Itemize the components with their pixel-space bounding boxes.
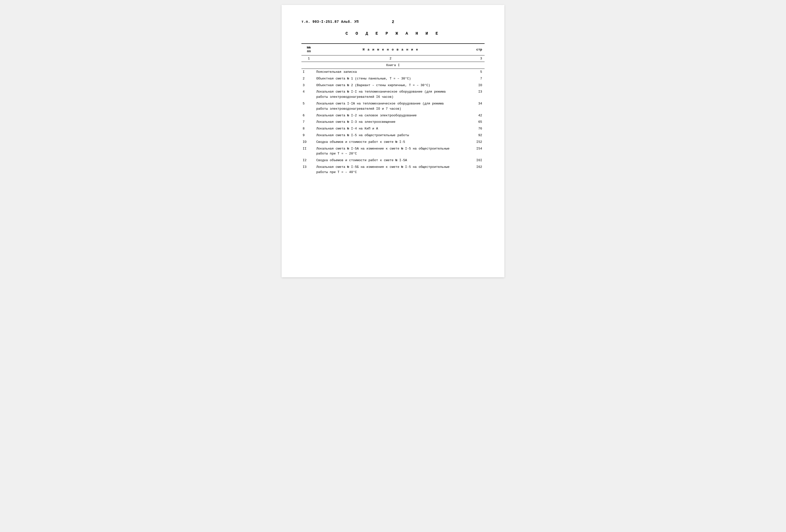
table-row: 6Локальная смета № I-2 на силовое электр…	[301, 112, 485, 119]
row-page: 42	[465, 113, 485, 117]
table-rows: IПояснительная записка52Объектная смета …	[301, 69, 485, 176]
row-content: Пояснительная записка	[316, 70, 465, 75]
row-page: IO	[465, 83, 485, 87]
table-row: I3Локальная смета № I-5Б на изменения к …	[301, 164, 485, 176]
row-content: Локальная смета № I-3 на электроосвещени…	[316, 120, 465, 125]
row-number: 2	[301, 76, 316, 80]
row-number: I3	[301, 165, 316, 169]
row-number: 9	[301, 133, 316, 137]
col1-num: 1	[301, 57, 316, 61]
col-num-header: №№ пп	[301, 46, 316, 53]
row-page: I54	[465, 146, 485, 151]
table-row: 5Локальная смета I-IA на тепломеханическ…	[301, 100, 485, 112]
col2-num: 2	[316, 57, 465, 61]
table-row: IOСводка объемов и стоимости работ к сме…	[301, 139, 485, 145]
content-table: №№ пп Н а и м е н о в а н и е стр 1 2 3 …	[301, 43, 485, 176]
page-title: С О Д Е Р Ж А Н И Е	[301, 31, 485, 36]
row-page: 92	[465, 133, 485, 137]
row-content: Локальная смета № I-I на тепломеханическ…	[316, 89, 465, 100]
row-content: Локальная смета № I-4 на КиП и А	[316, 126, 465, 132]
col-page-header: стр	[465, 48, 485, 51]
table-row: 4Локальная смета № I-I на тепломеханичес…	[301, 89, 485, 100]
table-row: 2Объектная смета № 1 (стены панельные, Т…	[301, 75, 485, 82]
col-name-header: Н а и м е н о в а н и е	[316, 48, 465, 51]
row-number: II	[301, 146, 316, 151]
table-header-row: №№ пп Н а и м е н о в а н и е стр	[301, 44, 485, 55]
col3-num: 3	[465, 57, 485, 61]
row-content: Сводка объемов и стоимости работ к смете…	[316, 158, 465, 163]
row-page: I62	[465, 165, 485, 169]
document-page: т.п. 903-I-251.87 Альб. УП 2 С О Д Е Р Ж…	[282, 5, 504, 277]
page-number: 2	[392, 20, 394, 24]
table-row: IIЛокальная смета № I-5A на изменение к …	[301, 145, 485, 158]
row-page: 34	[465, 101, 485, 106]
row-page: 7	[465, 76, 485, 80]
row-content: Локальная смета I-IA на тепломеханическо…	[316, 101, 465, 112]
row-number: IO	[301, 140, 316, 144]
table-row: I2Сводка объемов и стоимости работ к сме…	[301, 157, 485, 164]
row-number: 8	[301, 126, 316, 131]
doc-id: т.п. 903-I-251.87 Альб. УП	[301, 20, 359, 24]
row-number: I	[301, 70, 316, 74]
table-row: 9Локальная смета № I-5 на общестроительн…	[301, 132, 485, 139]
row-number: I2	[301, 158, 316, 162]
table-row: IПояснительная записка5	[301, 69, 485, 75]
table-row: 7Локальная смета № I-3 на электроосвещен…	[301, 119, 485, 125]
section-title: Книга I	[301, 62, 485, 69]
row-page: 65	[465, 120, 485, 124]
table-column-numbers: 1 2 3	[301, 55, 485, 62]
row-content: Объектная смета № 2 (Вариант – стены кир…	[316, 83, 465, 88]
row-content: Локальная смета № I-2 на силовое электро…	[316, 113, 465, 118]
row-page: I6I	[465, 158, 485, 162]
row-page: I3	[465, 89, 485, 94]
row-number: 3	[301, 83, 316, 87]
table-row: 3Объектная смета № 2 (Вариант – стены ки…	[301, 82, 485, 89]
row-content: Объектная смета № 1 (стены панельные, Т …	[316, 76, 465, 82]
row-content: Локальная смета № I-5 на общестроительны…	[316, 133, 465, 138]
row-content: Локальная смета № I-5Б на изменения к см…	[316, 165, 465, 175]
row-number: 6	[301, 113, 316, 117]
row-content: Локальная смета № I-5A на изменение к см…	[316, 146, 465, 157]
table-row: 8Локальная смета № I-4 на КиП и А76	[301, 125, 485, 132]
row-content: Сводка объемов и стоимости работ к смете…	[316, 140, 465, 145]
row-number: 7	[301, 120, 316, 124]
row-page: 76	[465, 126, 485, 131]
row-number: 4	[301, 89, 316, 94]
row-page: I52	[465, 140, 485, 144]
header: т.п. 903-I-251.87 Альб. УП 2	[301, 20, 485, 24]
row-page: 5	[465, 70, 485, 74]
row-number: 5	[301, 101, 316, 106]
